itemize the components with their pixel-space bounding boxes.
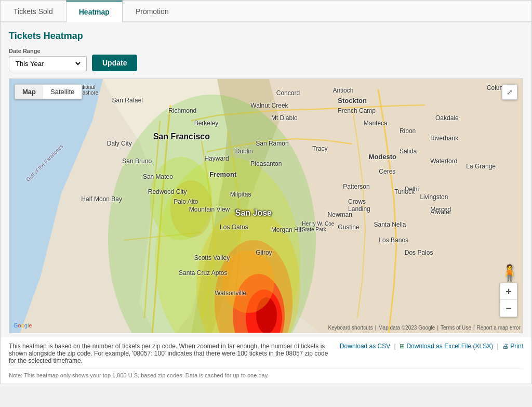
download-excel-link[interactable]: Download as Excel File (XLSX): [406, 343, 493, 350]
main-content: Tickets Heatmap Date Range This Year Las…: [1, 22, 531, 337]
excel-icon: ⊞: [400, 343, 405, 350]
map-container: San Francisco Fremont San Jose Stockton …: [9, 78, 523, 333]
footer-note: Note: This heatmap only shows your top 1…: [9, 369, 523, 378]
svg-point-16: [222, 251, 274, 313]
tab-tickets-sold[interactable]: Tickets Sold: [1, 1, 66, 22]
footer-links: Download as CSV | ⊞ Download as Excel Fi…: [340, 343, 523, 350]
date-range-select[interactable]: This Year Last Year Last 30 Days Last 7 …: [14, 59, 82, 68]
zoom-controls: + −: [500, 283, 517, 317]
footer-description: This heatmap is based on the number of t…: [9, 343, 329, 364]
svg-point-15: [170, 180, 212, 238]
footer-area: This heatmap is based on the number of t…: [1, 337, 531, 384]
tab-promotion[interactable]: Promotion: [123, 1, 182, 22]
tabs-bar: Tickets Sold Heatmap Promotion: [1, 1, 531, 22]
print-icon: 🖨: [502, 343, 509, 350]
fullscreen-icon: ⤢: [507, 88, 513, 96]
date-range-select-wrap[interactable]: This Year Last Year Last 30 Days Last 7 …: [9, 56, 87, 71]
print-link[interactable]: Print: [510, 343, 523, 350]
controls-row: Date Range This Year Last Year Last 30 D…: [9, 48, 523, 71]
pegman-icon: 🧍: [500, 264, 519, 282]
zoom-in-button[interactable]: +: [500, 283, 517, 300]
pegman-button[interactable]: 🧍: [501, 259, 517, 286]
date-range-label: Date Range: [9, 48, 87, 54]
map-view-toggle: Map Satellite: [15, 84, 82, 99]
download-csv-link[interactable]: Download as CSV: [340, 343, 390, 350]
page-title: Tickets Heatmap: [9, 31, 523, 42]
map-view-btn-satellite[interactable]: Satellite: [43, 85, 82, 99]
zoom-out-button[interactable]: −: [500, 300, 517, 317]
page-wrapper: Tickets Sold Heatmap Promotion Tickets H…: [0, 0, 532, 384]
terms-of-use-link[interactable]: Terms of Use: [441, 325, 471, 331]
report-map-error-link[interactable]: Report a map error: [477, 325, 521, 331]
date-range-group: Date Range This Year Last Year Last 30 D…: [9, 48, 87, 71]
map-background: [9, 79, 523, 333]
map-attribution: Keyboard shortcuts | Map data ©2023 Goog…: [328, 325, 521, 331]
update-button[interactable]: Update: [92, 55, 137, 71]
tab-heatmap[interactable]: Heatmap: [66, 1, 123, 22]
map-view-btn-map[interactable]: Map: [15, 85, 43, 99]
google-logo: Google: [14, 322, 32, 329]
footer-info: This heatmap is based on the number of t…: [9, 343, 523, 364]
map-fullscreen-button[interactable]: ⤢: [502, 84, 517, 100]
